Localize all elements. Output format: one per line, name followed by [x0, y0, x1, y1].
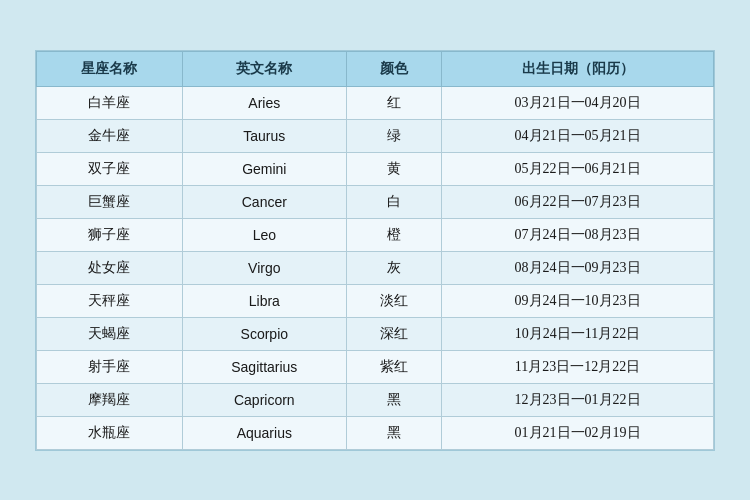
cell-dates: 01月21日一02月19日 [442, 416, 714, 449]
cell-english-name: Leo [182, 218, 346, 251]
cell-chinese-name: 天秤座 [37, 284, 183, 317]
cell-dates: 08月24日一09月23日 [442, 251, 714, 284]
cell-chinese-name: 狮子座 [37, 218, 183, 251]
cell-chinese-name: 处女座 [37, 251, 183, 284]
cell-chinese-name: 摩羯座 [37, 383, 183, 416]
cell-chinese-name: 白羊座 [37, 86, 183, 119]
table-body: 白羊座Aries红03月21日一04月20日金牛座Taurus绿04月21日一0… [37, 86, 714, 449]
cell-dates: 12月23日一01月22日 [442, 383, 714, 416]
cell-dates: 04月21日一05月21日 [442, 119, 714, 152]
cell-color: 红 [346, 86, 441, 119]
cell-english-name: Libra [182, 284, 346, 317]
cell-dates: 11月23日一12月22日 [442, 350, 714, 383]
cell-color: 绿 [346, 119, 441, 152]
header-birth-date: 出生日期（阳历） [442, 51, 714, 86]
cell-dates: 07月24日一08月23日 [442, 218, 714, 251]
table-row: 白羊座Aries红03月21日一04月20日 [37, 86, 714, 119]
table-row: 双子座Gemini黄05月22日一06月21日 [37, 152, 714, 185]
cell-english-name: Cancer [182, 185, 346, 218]
cell-color: 深红 [346, 317, 441, 350]
cell-chinese-name: 天蝎座 [37, 317, 183, 350]
cell-chinese-name: 双子座 [37, 152, 183, 185]
cell-english-name: Aquarius [182, 416, 346, 449]
cell-chinese-name: 射手座 [37, 350, 183, 383]
cell-color: 灰 [346, 251, 441, 284]
cell-dates: 03月21日一04月20日 [442, 86, 714, 119]
table-row: 天蝎座Scorpio深红10月24日一11月22日 [37, 317, 714, 350]
cell-color: 橙 [346, 218, 441, 251]
table-row: 巨蟹座Cancer白06月22日一07月23日 [37, 185, 714, 218]
cell-english-name: Virgo [182, 251, 346, 284]
header-color: 颜色 [346, 51, 441, 86]
cell-color: 黑 [346, 416, 441, 449]
header-english-name: 英文名称 [182, 51, 346, 86]
table-row: 金牛座Taurus绿04月21日一05月21日 [37, 119, 714, 152]
cell-color: 紫红 [346, 350, 441, 383]
cell-dates: 09月24日一10月23日 [442, 284, 714, 317]
cell-color: 淡红 [346, 284, 441, 317]
cell-chinese-name: 水瓶座 [37, 416, 183, 449]
header-chinese-name: 星座名称 [37, 51, 183, 86]
cell-english-name: Scorpio [182, 317, 346, 350]
cell-color: 白 [346, 185, 441, 218]
table-row: 水瓶座Aquarius黑01月21日一02月19日 [37, 416, 714, 449]
cell-english-name: Aries [182, 86, 346, 119]
table-row: 狮子座Leo橙07月24日一08月23日 [37, 218, 714, 251]
cell-dates: 06月22日一07月23日 [442, 185, 714, 218]
cell-english-name: Taurus [182, 119, 346, 152]
cell-dates: 05月22日一06月21日 [442, 152, 714, 185]
zodiac-table-container: 星座名称 英文名称 颜色 出生日期（阳历） 白羊座Aries红03月21日一04… [35, 50, 715, 451]
table-header-row: 星座名称 英文名称 颜色 出生日期（阳历） [37, 51, 714, 86]
table-row: 处女座Virgo灰08月24日一09月23日 [37, 251, 714, 284]
cell-chinese-name: 金牛座 [37, 119, 183, 152]
cell-english-name: Capricorn [182, 383, 346, 416]
cell-chinese-name: 巨蟹座 [37, 185, 183, 218]
cell-english-name: Sagittarius [182, 350, 346, 383]
cell-english-name: Gemini [182, 152, 346, 185]
zodiac-table: 星座名称 英文名称 颜色 出生日期（阳历） 白羊座Aries红03月21日一04… [36, 51, 714, 450]
cell-color: 黄 [346, 152, 441, 185]
cell-dates: 10月24日一11月22日 [442, 317, 714, 350]
cell-color: 黑 [346, 383, 441, 416]
table-row: 射手座Sagittarius紫红11月23日一12月22日 [37, 350, 714, 383]
table-row: 天秤座Libra淡红09月24日一10月23日 [37, 284, 714, 317]
table-row: 摩羯座Capricorn黑12月23日一01月22日 [37, 383, 714, 416]
